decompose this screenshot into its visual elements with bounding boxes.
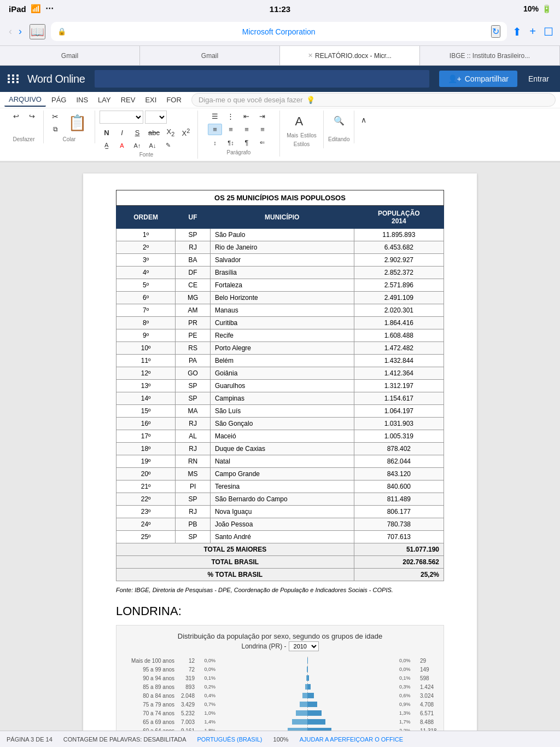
table-cell: São Gonçalo: [210, 418, 354, 430]
superscript-button[interactable]: X2: [179, 126, 193, 139]
font-shrink-button[interactable]: A↓: [145, 141, 160, 150]
align-justify-button[interactable]: ≡: [255, 124, 270, 135]
table-cell: Campo Grande: [210, 468, 354, 480]
font-grow-button[interactable]: A↑: [130, 141, 144, 150]
tab-gmail-1[interactable]: Gmail: [0, 46, 140, 65]
undo-button[interactable]: ↩: [9, 111, 23, 122]
table-cell: Goiânia: [210, 367, 354, 380]
search-ribbon-button[interactable]: 🔍: [331, 114, 347, 128]
chart-row: 90 a 94 anos3190,1%0,1%598: [123, 674, 437, 682]
share-button[interactable]: 👤+ Compartilhar: [439, 71, 517, 87]
forward-button[interactable]: ›: [16, 26, 24, 37]
bars-container: [217, 692, 398, 699]
reload-button[interactable]: ↻: [491, 25, 500, 38]
para-spacing-button[interactable]: ¶↕: [224, 138, 238, 148]
back-button[interactable]: ‹: [7, 26, 14, 37]
table-cell: 8º: [116, 317, 176, 329]
undo-label: Desfazer: [13, 136, 34, 143]
font-color-button[interactable]: A: [115, 141, 129, 150]
increase-indent-button[interactable]: ⇥: [255, 111, 270, 122]
bold-button[interactable]: N: [100, 127, 114, 138]
align-right-button[interactable]: ≡: [240, 124, 254, 135]
subscript-button[interactable]: X2: [164, 126, 178, 139]
underline-button[interactable]: S: [130, 127, 144, 138]
table-cell: 10º: [116, 342, 176, 355]
right-pct: 1,7%: [398, 719, 418, 725]
table-cell: 2º: [116, 241, 176, 254]
align-left-button[interactable]: ≡: [208, 124, 222, 135]
table-row: 12ºGOGoiânia1.412.364: [116, 367, 444, 380]
right-pct: 0,9%: [398, 702, 418, 707]
right-value: 8.488: [418, 719, 437, 725]
table-cell: 24º: [116, 518, 176, 531]
redo-button[interactable]: ↪: [25, 111, 39, 122]
paste-button[interactable]: 📋: [65, 113, 90, 133]
styles-dropdown-button[interactable]: A: [293, 113, 310, 130]
tab-close-icon[interactable]: ✕: [308, 52, 313, 59]
total-row: % TOTAL BRASIL25,2%: [116, 569, 444, 581]
table-cell: 1.412.364: [354, 367, 444, 380]
right-value: 4.708: [418, 702, 437, 708]
align-center-button[interactable]: ≡: [224, 124, 238, 135]
clear-format-button[interactable]: ✎: [161, 140, 175, 150]
bullet-list-button[interactable]: ☰: [208, 111, 222, 122]
menu-revisao[interactable]: REV: [116, 94, 140, 106]
table-cell: 2.020.301: [354, 304, 444, 317]
table-cell: SP: [176, 392, 211, 405]
table-row: 16ºRJSão Gonçalo1.031.903: [116, 418, 444, 430]
menu-inserir[interactable]: INS: [72, 94, 92, 106]
address-bar[interactable]: 🔒 Microsoft Corporation ↻: [51, 22, 507, 41]
entrar-button[interactable]: Entrar: [523, 71, 555, 87]
new-tab-button[interactable]: +: [529, 25, 536, 38]
collapse-ribbon-button[interactable]: ∧: [357, 114, 371, 126]
waffle-menu[interactable]: [5, 72, 22, 85]
menu-exibir[interactable]: EXI: [141, 94, 161, 106]
cut-button[interactable]: ✂: [48, 111, 62, 123]
total-row: TOTAL 25 MAIORES51.077.190: [116, 543, 444, 556]
zoom-level[interactable]: 100%: [273, 736, 289, 743]
ribbon-group-paragraph: ☰ ⋮ ⇤ ⇥ ≡ ≡ ≡ ≡ ↕ ¶↕ ¶ ⇐ Parágra: [198, 111, 280, 157]
table-cell: PR: [176, 317, 211, 329]
language-status[interactable]: PORTUGUÊS (BRASIL): [197, 736, 262, 743]
chart-row: 70 a 74 anos5.2321,0%1,3%6.571: [123, 709, 437, 717]
font-size-select[interactable]: [145, 111, 167, 124]
male-bar: [307, 702, 317, 707]
table-row: 3ºBASalvador2.902.927: [116, 254, 444, 267]
tell-me-box[interactable]: Diga-me o que você deseja fazer 💡: [191, 93, 556, 107]
right-value: 29: [418, 658, 437, 664]
numbered-list-button[interactable]: ⋮: [224, 111, 238, 122]
italic-button[interactable]: I: [115, 127, 129, 138]
table-cell: São Paulo: [210, 229, 354, 241]
tab-relatorio[interactable]: ✕ RELATÓRIO.docx - Micr...: [280, 46, 420, 65]
table-cell: 13º: [116, 380, 176, 392]
tabs-button[interactable]: ☐: [544, 25, 553, 38]
menu-arquivo[interactable]: ARQUIVO: [4, 93, 46, 107]
share-button[interactable]: ⬆: [512, 25, 522, 38]
decrease-indent-button[interactable]: ⇤: [240, 111, 254, 122]
font-family-select[interactable]: [100, 111, 143, 124]
tab-gmail-2[interactable]: Gmail: [140, 46, 280, 65]
age-label: 85 a 89 anos: [123, 684, 178, 690]
chart-row: 95 a 99 anos720,0%0,0%149: [123, 665, 437, 673]
female-bar: [292, 719, 307, 725]
year-select[interactable]: 2010: [289, 641, 319, 651]
table-row: 2ºRJRio de Janeiro6.453.682: [116, 241, 444, 254]
rtl-button[interactable]: ⇐: [255, 137, 270, 148]
line-spacing-button[interactable]: ↕: [208, 138, 222, 148]
table-cell: 843.120: [354, 468, 444, 480]
menu-pagina[interactable]: PÁG: [47, 94, 71, 106]
strikethrough-button[interactable]: abc: [145, 127, 162, 138]
table-cell: Teresina: [210, 480, 354, 493]
left-value: 319: [178, 675, 197, 681]
bars-container: [217, 683, 398, 691]
right-pct: 1,3%: [398, 710, 418, 716]
tab-ibge[interactable]: IBGE :: Instituto Brasileiro...: [420, 46, 560, 65]
highlight-button[interactable]: A̲: [100, 140, 114, 150]
menu-formato[interactable]: FOR: [162, 94, 185, 106]
bookmarks-button[interactable]: 📖: [30, 24, 45, 39]
show-marks-button[interactable]: ¶: [240, 137, 254, 148]
table-cell: 1.005.319: [354, 430, 444, 443]
improve-office[interactable]: AJUDAR A APERFEIÇOAR O OFFICE: [300, 736, 403, 743]
menu-layout[interactable]: LAY: [94, 94, 115, 106]
copy-button[interactable]: ⧉: [48, 124, 62, 135]
